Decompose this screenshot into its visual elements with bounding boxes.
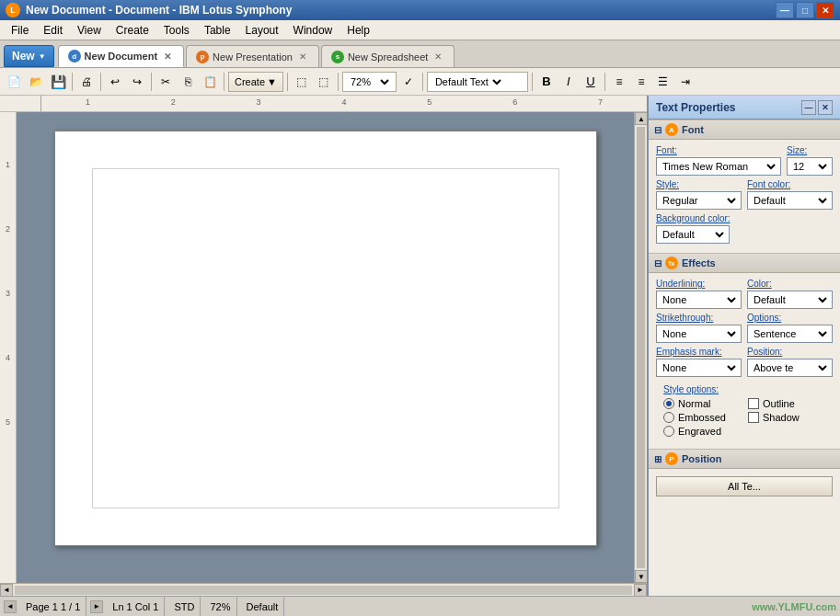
list-button[interactable]: ☰	[653, 72, 673, 92]
h-scroll-thumb[interactable]	[15, 586, 632, 595]
ucolor-select[interactable]: Default Black	[747, 291, 833, 309]
tab-new-presentation[interactable]: p New Presentation ✕	[186, 45, 319, 67]
scroll-right-button[interactable]: ►	[634, 584, 647, 597]
pos-select[interactable]: Above te Below	[747, 359, 833, 377]
underlining-select[interactable]: None Single Double	[656, 291, 742, 309]
save-button[interactable]: 💾	[48, 72, 68, 92]
strike-select[interactable]: None Single	[656, 325, 742, 343]
menu-item-view[interactable]: View	[70, 20, 109, 40]
align-center-button[interactable]: ≡	[631, 72, 651, 92]
zoom-dropdown[interactable]: 72% 100% 150%	[342, 72, 397, 92]
format-btn-2[interactable]: ⬚	[314, 72, 334, 92]
fontcolor-select[interactable]: Default Black Red	[747, 191, 833, 210]
vertical-scrollbar[interactable]: ▲ ▼	[634, 112, 647, 583]
open-button[interactable]: 📂	[26, 72, 46, 92]
panel-title: Text Properties	[656, 101, 735, 114]
outline-label: Outline	[763, 398, 795, 409]
effects-collapse-icon[interactable]: ⊟	[654, 258, 662, 268]
ucolor-select-input[interactable]: Default Black	[750, 293, 830, 306]
menu-item-create[interactable]: Create	[109, 20, 156, 40]
page-prev-button[interactable]: ◄	[4, 600, 17, 613]
tab-new-document[interactable]: d New Document ✕	[58, 45, 184, 67]
indent-button[interactable]: ⇥	[675, 72, 696, 92]
scroll-left-button[interactable]: ◄	[0, 584, 13, 597]
bgcolor-select-input[interactable]: Default White Yellow	[659, 228, 727, 241]
outline-checkbox[interactable]	[748, 398, 759, 409]
section-collapse-icon[interactable]: ⊟	[654, 125, 662, 135]
shadow-checkbox[interactable]	[748, 412, 759, 423]
italic-button[interactable]: I	[558, 72, 579, 92]
emphasis-select[interactable]: None Accent	[656, 359, 742, 377]
panel-close-button[interactable]: ✕	[818, 100, 833, 115]
normal-radio-row: Normal	[663, 398, 741, 409]
toolbar-sep-6	[338, 73, 339, 91]
emphasis-select-input[interactable]: None Accent	[659, 361, 739, 374]
status-bar: ◄ Page 1 1 / 1 ► Ln 1 Col 1 STD 72% Defa…	[0, 596, 840, 616]
embossed-radio[interactable]	[663, 412, 674, 423]
strike-select-input[interactable]: None Single	[659, 327, 739, 340]
menu-item-window[interactable]: Window	[286, 20, 340, 40]
fontcolor-select-input[interactable]: Default Black Red	[750, 194, 830, 207]
font-select-input[interactable]: Times New Roman Arial Courier New	[659, 160, 778, 173]
window-title: New Document - Document - IBM Lotus Symp…	[26, 4, 776, 17]
menu-item-help[interactable]: Help	[339, 20, 377, 40]
options-select[interactable]: Sentence Word	[747, 325, 833, 343]
underline-button[interactable]: U	[581, 72, 601, 92]
menu-item-edit[interactable]: Edit	[36, 20, 70, 40]
minimize-button[interactable]: —	[776, 2, 794, 18]
undo-button[interactable]: ↩	[105, 72, 125, 92]
underlining-select-input[interactable]: None Single Double	[659, 293, 739, 306]
align-left-button[interactable]: ≡	[609, 72, 629, 92]
menu-item-file[interactable]: File	[4, 20, 36, 40]
menu-item-layout[interactable]: Layout	[238, 20, 286, 40]
tab-close-doc[interactable]: ✕	[161, 50, 174, 63]
options-select-input[interactable]: Sentence Word	[750, 327, 830, 340]
format-btn-1[interactable]: ⬚	[292, 72, 312, 92]
size-select[interactable]: 12 10 14	[787, 157, 833, 176]
tab-close-sheet[interactable]: ✕	[432, 51, 444, 63]
close-button[interactable]: ✕	[816, 2, 834, 18]
horizontal-scrollbar[interactable]: ◄ ►	[0, 583, 647, 596]
maximize-button[interactable]: □	[796, 2, 814, 18]
size-select-input[interactable]: 12 10 14	[789, 160, 830, 173]
panel-minimize-button[interactable]: —	[801, 100, 816, 115]
font-select[interactable]: Times New Roman Arial Courier New	[656, 157, 781, 176]
zoom-select[interactable]: 72% 100% 150%	[347, 75, 392, 88]
cut-button[interactable]: ✂	[155, 72, 176, 92]
document-page[interactable]	[54, 131, 597, 546]
scroll-thumb[interactable]	[637, 127, 645, 568]
paste-button[interactable]: 📋	[200, 72, 220, 92]
all-te-button[interactable]: All Te...	[656, 476, 833, 496]
page-next-button[interactable]: ►	[90, 600, 103, 613]
zoom-status: 72%	[204, 597, 236, 616]
tab-close-pres[interactable]: ✕	[296, 51, 309, 63]
page-content-area[interactable]	[92, 168, 559, 508]
bold-button[interactable]: B	[536, 72, 557, 92]
create-button[interactable]: Create ▼	[228, 72, 283, 92]
bgcolor-select[interactable]: Default White Yellow	[656, 225, 730, 244]
font-section-label: Font	[682, 124, 704, 135]
tab-new-spreadsheet[interactable]: s New Spreadsheet ✕	[321, 45, 455, 67]
main-content: 1 2 3 4 5 6 7 1 2 3 4	[0, 96, 840, 596]
pos-select-input[interactable]: Above te Below	[750, 361, 830, 374]
redo-button[interactable]: ↪	[127, 72, 147, 92]
copy-button[interactable]: ⎘	[178, 72, 198, 92]
create-arrow: ▼	[267, 76, 277, 87]
style-select[interactable]: Default Text Heading 1	[432, 75, 504, 88]
style-dropdown[interactable]: Default Text Heading 1	[427, 72, 528, 92]
spellcheck-button[interactable]: ✓	[398, 72, 419, 92]
menu-item-tools[interactable]: Tools	[156, 20, 197, 40]
menu-item-table[interactable]: Table	[197, 20, 238, 40]
style-select[interactable]: Regular Bold Italic	[656, 191, 742, 210]
scroll-down-button[interactable]: ▼	[635, 570, 647, 583]
normal-radio[interactable]	[663, 398, 674, 409]
style-select-input[interactable]: Regular Bold Italic	[659, 194, 739, 207]
new-doc-button[interactable]: 📄	[4, 72, 24, 92]
position-expand-icon[interactable]: ⊞	[654, 454, 662, 464]
print-button[interactable]: 🖨	[76, 72, 97, 92]
new-button[interactable]: New ▼	[4, 45, 54, 67]
tab-label-new-document: New Document	[85, 51, 157, 62]
page-canvas[interactable]	[17, 112, 634, 583]
engraved-radio[interactable]	[663, 426, 674, 437]
scroll-up-button[interactable]: ▲	[635, 112, 647, 125]
